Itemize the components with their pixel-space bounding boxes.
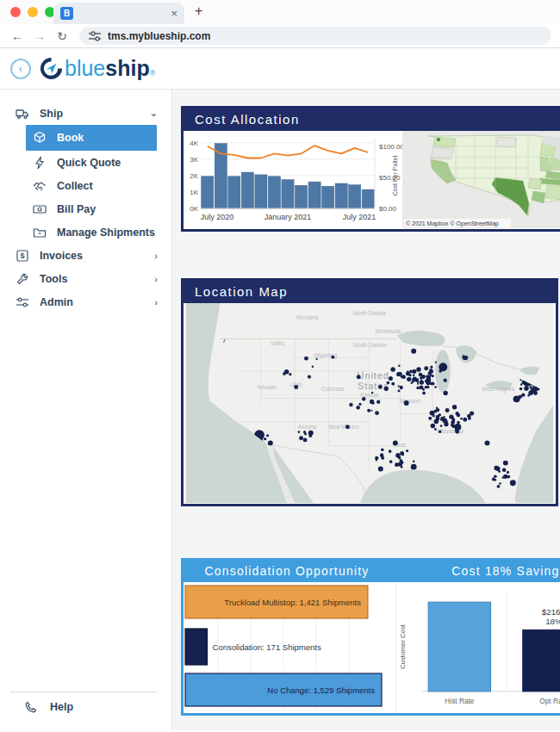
address-bar[interactable]: tms.myblueship.com xyxy=(79,27,551,45)
browser-tab-strip: B × + xyxy=(0,0,560,24)
location-map-panel: Location Map xyxy=(181,278,558,506)
sidebar-item-ship[interactable]: Ship ⌄ xyxy=(0,102,171,125)
sidebar-item-bill-pay[interactable]: Bill Pay xyxy=(26,197,171,220)
help-label: Help xyxy=(50,701,73,713)
forward-icon[interactable]: → xyxy=(31,29,48,43)
sidebar-item-label: Ship xyxy=(40,108,63,120)
tab-favicon: B xyxy=(60,7,73,20)
help-button[interactable]: Help xyxy=(10,692,157,722)
location-map-title: Location Map xyxy=(184,281,556,303)
sidebar-item-label: Admin xyxy=(40,296,73,308)
chevron-right-icon[interactable]: › xyxy=(154,251,158,261)
minimize-window-button[interactable] xyxy=(28,7,38,17)
svg-text:Idaho: Idaho xyxy=(271,340,284,346)
blueship-logo-icon xyxy=(40,57,63,80)
sidebar-collapse-button[interactable]: ‹ xyxy=(10,59,31,79)
logo-trademark: ® xyxy=(150,69,156,78)
svg-text:$216K: $216K xyxy=(542,607,560,617)
svg-text:$100.00: $100.00 xyxy=(379,143,402,151)
sidebar-item-label: Book xyxy=(57,132,84,144)
sidebar-item-label: Bill Pay xyxy=(57,203,96,215)
location-map-canvas[interactable]: MontanaNorth DakotaSouth DakotaMinnesota… xyxy=(184,303,556,503)
svg-text:Customer Cost: Customer Cost xyxy=(399,623,407,669)
blueship-logo: blueship® xyxy=(40,56,155,81)
svg-text:Nevada: Nevada xyxy=(258,384,277,390)
sliders-icon xyxy=(16,295,29,309)
svg-text:1K: 1K xyxy=(190,189,198,196)
chevron-right-icon[interactable]: › xyxy=(154,297,158,307)
banknote-icon xyxy=(33,202,47,216)
svg-text:$: $ xyxy=(20,251,24,260)
svg-text:Hist Rate: Hist Rate xyxy=(445,697,475,705)
dashboard-content: Cost Allocation 0K1K2K3K4KJuly 2020Janua… xyxy=(172,90,560,730)
phone-icon xyxy=(24,700,38,714)
url-text: tms.myblueship.com xyxy=(108,30,210,42)
sidebar-item-label: Collect xyxy=(57,180,93,192)
cost-allocation-map[interactable]: © 2021 Mapbox © OpenStreetMap xyxy=(402,131,560,228)
svg-text:South Dakota: South Dakota xyxy=(353,342,387,348)
sidebar-item-manage-shipments[interactable]: Manage Shipments xyxy=(26,220,171,244)
sidebar-item-invoices[interactable]: $ Invoices › xyxy=(0,244,171,267)
svg-text:18%: 18% xyxy=(545,617,560,626)
logo-text-ship: ship xyxy=(105,56,149,81)
sidebar-item-collect[interactable]: Collect xyxy=(26,174,171,197)
close-window-button[interactable] xyxy=(10,7,21,17)
tab-close-icon[interactable]: × xyxy=(171,8,177,19)
svg-text:Opt Rate: Opt Rate xyxy=(539,697,560,705)
sidebar-item-admin[interactable]: Admin › xyxy=(0,290,171,313)
sidebar: Ship ⌄ Book Quick Quote Collect xyxy=(0,90,172,730)
chevron-right-icon[interactable]: › xyxy=(154,274,158,284)
svg-text:July 2021: July 2021 xyxy=(343,213,376,221)
sidebar-item-tools[interactable]: Tools › xyxy=(0,267,171,290)
reload-icon[interactable]: ↻ xyxy=(53,29,71,43)
back-icon[interactable]: ← xyxy=(9,29,26,43)
svg-text:$0.00: $0.00 xyxy=(379,205,397,213)
browser-toolbar: ← → ↻ tms.myblueship.com xyxy=(0,24,560,48)
sidebar-item-quick-quote[interactable]: Quick Quote xyxy=(26,151,171,174)
svg-text:New Mexico: New Mexico xyxy=(329,424,359,430)
savings-title: Cost 18% Savings xyxy=(390,564,560,578)
svg-text:Truckload Multistop: 1,421 Shi: Truckload Multistop: 1,421 Shipments xyxy=(224,598,361,607)
sidebar-item-label: Manage Shipments xyxy=(57,226,155,239)
cost-allocation-title: Cost Allocation xyxy=(184,109,560,131)
new-tab-button[interactable]: + xyxy=(195,3,202,19)
traffic-lights xyxy=(10,7,55,17)
svg-text:Kansas: Kansas xyxy=(360,392,378,398)
svg-text:Montana: Montana xyxy=(296,314,318,320)
sidebar-item-label: Tools xyxy=(40,273,67,285)
package-icon xyxy=(33,131,47,145)
site-settings-icon xyxy=(88,29,102,43)
savings-chart[interactable]: Customer CostHist RateOpt Rate$216K18% xyxy=(396,582,560,713)
cost-allocation-panel: Cost Allocation 0K1K2K3K4KJuly 2020Janua… xyxy=(181,106,560,232)
truck-icon xyxy=(16,107,29,121)
svg-text:No Change: 1,529 Shipments: No Change: 1,529 Shipments xyxy=(267,685,375,695)
handshake-icon xyxy=(33,179,47,193)
sidebar-item-book[interactable]: Book xyxy=(26,125,157,151)
svg-text:July 2020: July 2020 xyxy=(201,213,234,221)
svg-text:North Dakota: North Dakota xyxy=(353,310,386,316)
svg-text:2K: 2K xyxy=(190,172,198,180)
browser-tab[interactable]: B × xyxy=(53,3,184,24)
svg-text:Cost Per Pallet: Cost Per Pallet xyxy=(392,156,398,196)
consolidation-title: Consolidation Opportunity xyxy=(184,564,390,578)
chevron-down-icon[interactable]: ⌄ xyxy=(150,108,158,119)
svg-text:Arizona: Arizona xyxy=(298,424,317,430)
sidebar-item-label: Quick Quote xyxy=(57,157,121,169)
wrench-icon xyxy=(16,272,29,286)
svg-text:Minnesota: Minnesota xyxy=(376,328,401,334)
chart-divider xyxy=(390,582,396,713)
svg-text:4K: 4K xyxy=(190,140,198,147)
consolidation-chart[interactable]: Truckload Multistop: 1,421 ShipmentsCons… xyxy=(184,582,390,713)
svg-text:Consolidation: 171 Shipments: Consolidation: 171 Shipments xyxy=(212,642,320,652)
svg-text:United: United xyxy=(358,370,389,381)
sidebar-item-label: Invoices xyxy=(40,250,83,262)
cost-allocation-chart[interactable]: 0K1K2K3K4KJuly 2020January 2021July 2021… xyxy=(184,131,402,228)
map-attribution: © 2021 Mapbox © OpenStreetMap xyxy=(406,220,499,227)
svg-text:3K: 3K xyxy=(190,156,198,164)
svg-text:West Virginia: West Virginia xyxy=(482,386,515,393)
svg-text:January 2021: January 2021 xyxy=(264,213,312,221)
folder-icon xyxy=(33,226,47,239)
lightning-icon xyxy=(33,156,47,170)
logo-text-blue: blue xyxy=(65,56,105,81)
consolidation-savings-panel: Consolidation Opportunity Cost 18% Savin… xyxy=(181,558,560,716)
